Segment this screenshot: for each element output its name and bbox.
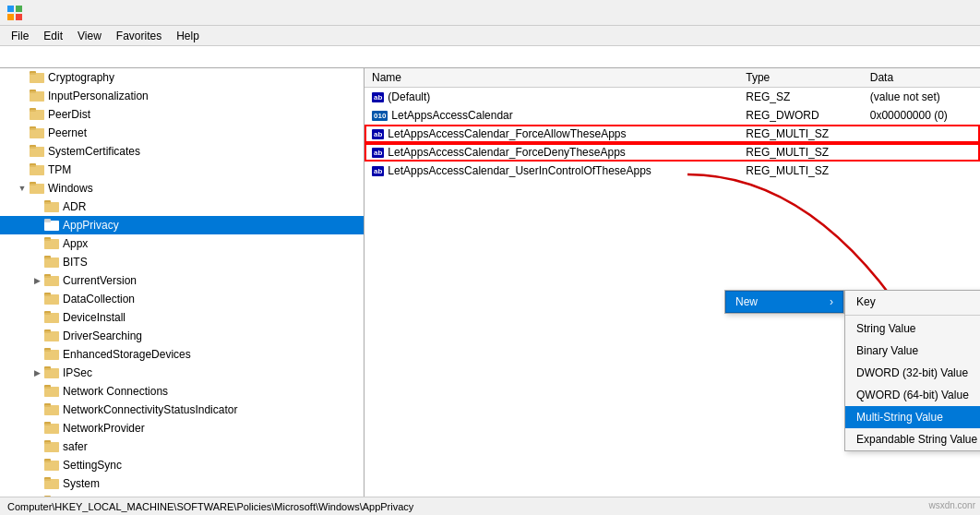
tree-item-enhancedStorageDevices[interactable]: EnhancedStorageDevices (0, 345, 364, 364)
expand-icon-systemCertificates[interactable] (15, 144, 30, 159)
expand-icon-windows[interactable]: ▼ (15, 181, 30, 196)
tree-item-label-bits: BITS (63, 256, 88, 269)
tree-item-deviceInstall[interactable]: DeviceInstall (0, 308, 364, 327)
tree-item-driverSearching[interactable]: DriverSearching (0, 327, 364, 345)
submenu[interactable]: KeyString ValueBinary ValueDWORD (32-bit… (844, 290, 980, 451)
expand-icon-peernet[interactable] (15, 126, 30, 140)
tree-item-ipSec[interactable]: ▶ IPSec (0, 364, 364, 382)
table-row[interactable]: 010LetAppsAccessCalendarREG_DWORD0x00000… (365, 106, 980, 125)
expand-icon-networkConnectivityStatusIndicator[interactable] (30, 402, 44, 417)
folder-icon-enhancedStorageDevices (44, 347, 59, 362)
tree-item-appPrivacy[interactable]: AppPrivacy (0, 216, 364, 234)
menu-edit[interactable]: Edit (36, 28, 70, 44)
folder-icon-appPrivacy (44, 218, 59, 233)
tree-item-label-cryptography: Cryptography (48, 71, 114, 84)
tree-item-peerDist[interactable]: PeerDist (0, 105, 364, 124)
expand-icon-safer[interactable] (30, 439, 44, 454)
tree-item-label-networkConnections: Network Connections (63, 385, 168, 398)
expand-icon-enhancedStorageDevices[interactable] (30, 347, 44, 362)
tree-item-appx[interactable]: Appx (0, 234, 364, 253)
minimize-button[interactable] (842, 0, 884, 26)
expand-icon-dataCollection[interactable] (30, 292, 44, 306)
tree-item-windows[interactable]: ▼ Windows (0, 179, 364, 198)
expand-icon-ipSec[interactable]: ▶ (30, 365, 44, 380)
table-row[interactable]: ab(Default)REG_SZ(value not set) (365, 88, 980, 106)
tree-item-bits[interactable]: BITS (0, 253, 364, 271)
close-button[interactable] (930, 0, 973, 26)
tree-item-tpm[interactable]: TPM (0, 161, 364, 179)
expand-icon-cryptography[interactable] (15, 70, 30, 85)
reg-data-cell (863, 125, 980, 143)
tree-item-label-settingSync: SettingSync (63, 459, 122, 472)
right-pane[interactable]: Name Type Data ab(Default)REG_SZ(value n… (365, 68, 980, 497)
status-text: Computer\HKEY_LOCAL_MACHINE\SOFTWARE\Pol… (7, 501, 413, 512)
tree-item-networkConnections[interactable]: Network Connections (0, 382, 364, 401)
tree-item-label-deviceInstall: DeviceInstall (63, 311, 125, 324)
reg-type-cell: REG_MULTI_SZ (738, 162, 862, 180)
tree-item-peernet[interactable]: Peernet (0, 124, 364, 142)
maximize-button[interactable] (886, 0, 928, 26)
menu-favorites[interactable]: Favorites (109, 28, 169, 44)
expand-icon-networkProvider[interactable] (30, 421, 44, 436)
table-row[interactable]: abLetAppsAccessCalendar_ForceAllowTheseA… (365, 125, 980, 143)
tree-item-label-enhancedStorageDevices: EnhancedStorageDevices (63, 348, 191, 361)
expand-icon-appPrivacy[interactable] (30, 218, 44, 233)
expand-icon-networkConnections[interactable] (30, 384, 44, 399)
new-submenu-trigger[interactable]: New › KeyString ValueBinary ValueDWORD (… (724, 290, 844, 314)
expand-icon-bits[interactable] (30, 255, 44, 269)
new-menu-header[interactable]: New › (725, 291, 843, 313)
tree-item-systemCertificates[interactable]: SystemCertificates (0, 142, 364, 161)
folder-icon-bits (44, 255, 59, 269)
expand-icon-adr[interactable] (30, 199, 44, 214)
svg-rect-74 (44, 496, 51, 497)
folder-icon-system (44, 476, 59, 491)
expand-icon-currentVersion[interactable]: ▶ (30, 273, 44, 288)
svg-rect-27 (44, 202, 59, 212)
tree-item-label-safer: safer (63, 440, 88, 453)
context-menu[interactable]: New › KeyString ValueBinary ValueDWORD (… (724, 290, 844, 314)
tree-item-networkProvider[interactable]: NetworkProvider (0, 419, 364, 437)
submenu-item-qword-(64-bit)-value[interactable]: QWORD (64-bit) Value (845, 384, 980, 406)
submenu-item-string-value[interactable]: String Value (845, 317, 980, 340)
menu-view[interactable]: View (70, 28, 109, 44)
submenu-item-multi-string-value[interactable]: Multi-String Value (845, 406, 980, 428)
tree-item-label-peernet: Peernet (48, 126, 87, 139)
expand-icon-inputPersonalization[interactable] (15, 89, 30, 103)
svg-rect-9 (30, 91, 44, 102)
expand-icon-system[interactable] (30, 476, 44, 491)
svg-rect-69 (44, 461, 59, 471)
expand-icon-wcmSvc[interactable] (30, 495, 44, 497)
tree-item-safer[interactable]: safer (0, 437, 364, 456)
status-bar: Computer\HKEY_LOCAL_MACHINE\SOFTWARE\Pol… (0, 497, 980, 515)
tree-item-settingSync[interactable]: SettingSync (0, 456, 364, 474)
expand-icon-tpm[interactable] (15, 162, 30, 177)
submenu-item-key[interactable]: Key (845, 291, 980, 313)
svg-rect-42 (44, 294, 59, 305)
tree-item-cryptography[interactable]: Cryptography (0, 68, 364, 87)
tree-item-wcmSvc[interactable]: WcmSvc (0, 493, 364, 497)
folder-icon-settingSync (44, 458, 59, 473)
tree-item-currentVersion[interactable]: ▶ CurrentVersion (0, 271, 364, 290)
tree-item-dataCollection[interactable]: DataCollection (0, 290, 364, 308)
submenu-item-dword-(32-bit)-value[interactable]: DWORD (32-bit) Value (845, 362, 980, 384)
expand-icon-driverSearching[interactable] (30, 329, 44, 343)
submenu-item-binary-value[interactable]: Binary Value (845, 340, 980, 362)
submenu-item-expandable-string-value[interactable]: Expandable String Value (845, 428, 980, 450)
col-name: Name (365, 68, 738, 88)
expand-icon-deviceInstall[interactable] (30, 310, 44, 325)
expand-icon-settingSync[interactable] (30, 458, 44, 473)
expand-icon-appx[interactable] (30, 236, 44, 251)
table-row[interactable]: abLetAppsAccessCalendar_ForceDenyTheseAp… (365, 143, 980, 162)
menu-file[interactable]: File (4, 28, 36, 44)
tree-item-adr[interactable]: ADR (0, 198, 364, 216)
tree-pane[interactable]: Cryptography InputPersonalization PeerDi… (0, 68, 365, 497)
tree-item-networkConnectivityStatusIndicator[interactable]: NetworkConnectivityStatusIndicator (0, 401, 364, 419)
expand-icon-peerDist[interactable] (15, 107, 30, 122)
folder-icon-peernet (30, 126, 44, 140)
svg-rect-51 (44, 350, 59, 360)
tree-item-label-networkConnectivityStatusIndicator: NetworkConnectivityStatusIndicator (63, 403, 237, 416)
tree-item-inputPersonalization[interactable]: InputPersonalization (0, 87, 364, 105)
tree-item-system[interactable]: System (0, 474, 364, 493)
menu-help[interactable]: Help (169, 28, 207, 44)
table-row[interactable]: abLetAppsAccessCalendar_UserInControlOfT… (365, 162, 980, 180)
